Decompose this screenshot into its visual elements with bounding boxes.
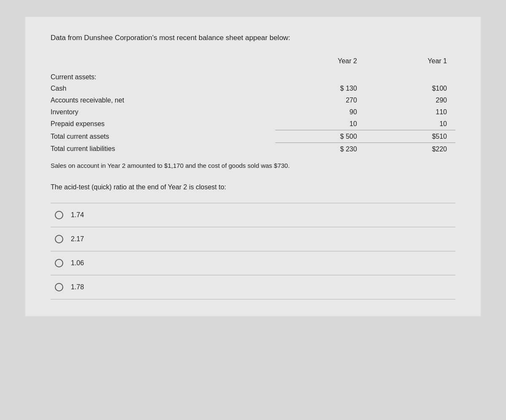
empty-header — [51, 55, 275, 69]
option-label: 2.17 — [71, 235, 84, 243]
row-year1: 110 — [366, 106, 455, 118]
table-row: Inventory90110 — [51, 106, 455, 118]
radio-circle — [55, 211, 63, 219]
option-label: 1.74 — [71, 211, 84, 219]
question-text: The acid-test (quick) ratio at the end o… — [51, 179, 455, 191]
row-year2: $ 230 — [275, 143, 365, 156]
row-year2 — [275, 69, 365, 83]
row-label: Total current assets — [51, 130, 275, 143]
col-year2-header: Year 2 — [275, 55, 365, 69]
row-year1: $220 — [366, 143, 455, 156]
option-row-1.74[interactable]: 1.74 — [51, 203, 455, 227]
option-row-2.17[interactable]: 2.17 — [51, 227, 455, 251]
row-year2: 270 — [275, 94, 365, 106]
row-label: Total current liabilities — [51, 143, 275, 156]
option-row-1.78[interactable]: 1.78 — [51, 275, 455, 299]
row-year2: 10 — [275, 118, 365, 130]
balance-sheet-table: Year 2 Year 1 Current assets:Cash$ 130$1… — [51, 55, 455, 155]
row-year1: 10 — [366, 118, 455, 130]
row-year1: 290 — [366, 94, 455, 106]
option-label: 1.06 — [71, 259, 84, 267]
row-year2: $ 500 — [275, 130, 365, 143]
row-label: Prepaid expenses — [51, 118, 275, 130]
col-year1-header: Year 1 — [366, 55, 455, 69]
table-row: Total current assets$ 500$510 — [51, 130, 455, 143]
row-year1: $100 — [366, 83, 455, 94]
row-label: Current assets: — [51, 69, 275, 83]
table-row: Accounts receivable, net270290 — [51, 94, 455, 106]
row-label: Accounts receivable, net — [51, 94, 275, 106]
row-label: Inventory — [51, 106, 275, 118]
table-row: Cash$ 130$100 — [51, 83, 455, 94]
radio-circle — [55, 259, 63, 267]
row-year2: $ 130 — [275, 83, 365, 94]
row-year1: $510 — [366, 130, 455, 143]
intro-text: Data from Dunshee Corporation's most rec… — [51, 34, 455, 42]
option-label: 1.78 — [71, 283, 84, 291]
radio-circle — [55, 235, 63, 243]
options-container: 1.742.171.061.78 — [51, 203, 455, 299]
row-year2: 90 — [275, 106, 365, 118]
radio-circle — [55, 283, 63, 291]
option-row-1.06[interactable]: 1.06 — [51, 251, 455, 275]
table-row: Current assets: — [51, 69, 455, 83]
table-row: Total current liabilities$ 230$220 — [51, 143, 455, 156]
row-label: Cash — [51, 83, 275, 94]
row-year1 — [366, 69, 455, 83]
table-row: Prepaid expenses1010 — [51, 118, 455, 130]
main-container: Data from Dunshee Corporation's most rec… — [25, 17, 481, 316]
sales-note: Sales on account in Year 2 amounted to $… — [51, 162, 455, 169]
